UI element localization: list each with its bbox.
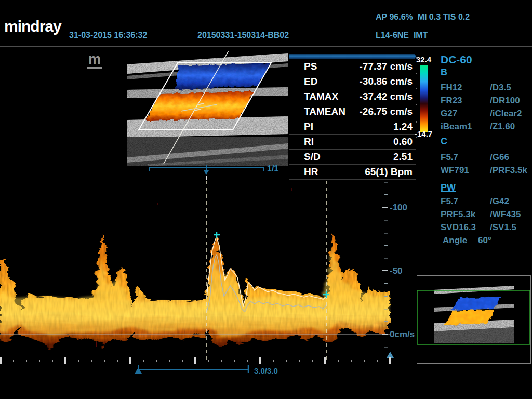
sweep-measure-line	[138, 365, 248, 373]
param-row: WF791/PRF3.5k	[441, 165, 527, 176]
section-c: C	[441, 136, 447, 147]
param-row: SVD16.3/SV1.5	[441, 222, 516, 233]
sweep-time-label: 3.0/3.0	[254, 366, 278, 375]
sweep-marker-triangle[interactable]	[135, 368, 142, 374]
ps-caliper-marker[interactable]	[214, 232, 220, 238]
results-panel-header-bar	[289, 54, 416, 59]
result-row: PI1.24	[289, 119, 416, 135]
orientation-marker: m	[87, 52, 102, 69]
param-row: iBeam1/Z1.60	[441, 122, 515, 132]
spectral-doppler-display: -100 -50 0cm/s	[0, 179, 421, 364]
result-row: HR65(1) Bpm	[289, 165, 416, 180]
result-row: TAMAX-37.42 cm/s	[289, 89, 416, 104]
color-doppler-bar	[420, 65, 428, 132]
param-row: FH12/D3.5	[441, 83, 511, 93]
frame-indicator: 1/1	[267, 164, 278, 173]
time-ruler: 3.0/3.0	[0, 353, 400, 377]
axis-label-0: 0cm/s	[390, 329, 415, 339]
patient-id: 20150331-150314-BB02	[197, 31, 289, 40]
color-flow-orange	[145, 91, 254, 121]
bmode-image	[127, 51, 288, 166]
image-thumbnail[interactable]	[417, 275, 531, 364]
colorbar-min-label: -14.7	[415, 129, 432, 138]
axis-label-100: -100	[390, 203, 407, 212]
result-row: ED-30.86 cm/s	[289, 74, 416, 89]
system-model: DC-60	[441, 54, 472, 66]
result-row: PS-77.37 cm/s	[289, 59, 416, 74]
axis-label-50: -50	[390, 266, 403, 276]
measurement-results-panel: PS-77.37 cm/s ED-30.86 cm/s TAMAX-37.42 …	[289, 51, 416, 180]
result-row: S/D2.51	[289, 150, 416, 165]
colorbar-max-label: 32.4	[416, 55, 431, 64]
probe-exam: L14-6NE IMT	[376, 31, 428, 40]
result-row: TAMEAN-26.75 cm/s	[289, 104, 416, 119]
param-row: PRF5.3k/WF435	[441, 209, 521, 220]
param-row: FR23/DR100	[441, 96, 520, 106]
spectral-waveform	[0, 188, 390, 348]
acoustic-output: AP 96.6% MI 0.3 TIS 0.2	[376, 12, 470, 22]
result-row: RI0.60	[289, 135, 416, 150]
param-row-angle: Angle60°	[441, 235, 491, 246]
header-separator	[0, 46, 532, 47]
ultrasound-screen: mindray 31-03-2015 16:36:32 20150331-150…	[0, 0, 532, 399]
param-row: G27/iClear2	[441, 109, 522, 119]
section-b: B	[441, 67, 447, 78]
datetime: 31-03-2015 16:36:32	[69, 31, 147, 40]
param-row: F5.7/G42	[441, 196, 509, 207]
param-row: F5.7/G66	[441, 152, 509, 163]
mindray-logo: mindray	[4, 18, 61, 35]
section-pw: PW	[441, 182, 456, 193]
